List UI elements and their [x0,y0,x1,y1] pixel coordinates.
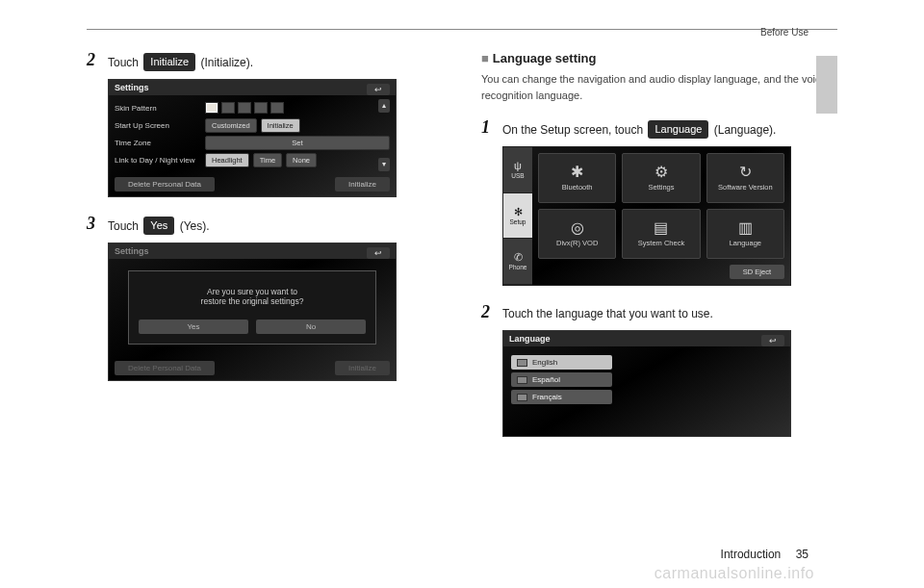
dialog-line: Are you sure you want to [139,287,366,296]
back-icon[interactable]: ↩ [761,335,784,346]
tile-label: Settings [648,183,674,192]
swatch[interactable] [270,102,284,114]
swatch[interactable] [221,102,235,114]
phone-tab[interactable]: ✆Phone [503,239,532,285]
sd-eject-button[interactable]: SD Eject [730,265,784,279]
language-tile[interactable]: ▥Language [706,209,784,259]
clipboard-icon: ▤ [654,220,668,236]
headlight-button[interactable]: Headlight [205,153,249,167]
header-rule [87,29,837,30]
bullet-icon: ■ [481,51,489,65]
settings-screenshot: Settings ↩ ▴ ▾ Skin Pattern [108,79,397,197]
usb-icon: ψ [514,161,522,171]
customized-button[interactable]: Customized [205,118,257,133]
disc-icon: ◎ [571,220,584,236]
tile-label: System Check [638,239,684,247]
bluetooth-icon: ✱ [571,165,583,180]
delete-personal-data-button[interactable]: Delete Personal Data [115,177,215,192]
shot-title: Settings [109,243,396,259]
back-icon[interactable]: ↩ [367,247,390,259]
step-3: 3 Touch Yes (Yes). [87,215,443,235]
bluetooth-tile[interactable]: ✱Bluetooth [538,153,616,203]
tab-label: USB [511,172,524,179]
tile-label: Divx(R) VOD [556,239,598,247]
time-button[interactable]: Time [253,153,282,167]
option-label: English [532,358,557,367]
tile-label: Software Version [718,183,773,192]
initialize-chip: Initialize [143,53,195,71]
flag-icon [517,394,527,401]
shot-title: Language [503,331,790,346]
step-text: On the Setup screen, touch Language (Lan… [502,118,776,139]
delete-personal-data-button: Delete Personal Data [115,361,215,375]
step-2-right: 2 Touch the language that you want to us… [481,303,837,322]
text: On the Setup screen, touch [502,123,646,137]
refresh-icon: ↻ [739,165,752,180]
step-number: 3 [87,215,108,235]
flag-icon [517,376,527,384]
initialize-footer-button[interactable]: Initialize [335,177,390,192]
step-text: Touch Yes (Yes). [108,215,210,235]
confirm-dialog: Are you sure you want to restore the ori… [128,270,376,345]
text: (Initialize). [197,56,253,69]
step-number: 1 [481,118,502,139]
language-chip: Language [648,120,708,139]
language-option-english[interactable]: English [511,355,612,370]
side-tabs: ψUSB ✻Setup ✆Phone [503,147,532,285]
confirm-dialog-screenshot: Settings ↩ Are you sure you want to rest… [108,243,397,381]
step-text: Touch Initialize (Initialize). [108,51,253,71]
intro-text: You can change the navigation and audio … [481,71,837,103]
setup-tab[interactable]: ✻Setup [503,193,532,240]
step-number: 2 [87,51,108,71]
flag-icon [517,359,527,367]
text: (Language). [710,123,776,137]
option-label: Français [532,393,562,401]
scroll-up-icon[interactable]: ▴ [378,99,390,113]
page-tab [816,56,837,114]
tile-label: Bluetooth [562,183,593,192]
left-column: 2 Touch Initialize (Initialize). Setting… [87,51,443,454]
shot-title: Settings [109,80,396,95]
manual-page: Before Use 2 Touch Initialize (Initializ… [0,0,837,588]
text: (Yes). [176,219,209,233]
text: Touch [108,56,141,69]
step-text: Touch the language that you want to use. [502,303,713,322]
settings-tile[interactable]: ⚙Settings [622,153,700,203]
page-number: 35 [796,548,808,561]
usb-tab[interactable]: ψUSB [503,147,532,193]
initialize-button[interactable]: Initialize [261,118,300,133]
page-footer: Introduction 35 [721,548,808,561]
gear-icon: ⚙ [654,165,668,180]
text: Touch [108,219,141,233]
set-button[interactable]: Set [205,136,390,150]
no-button[interactable]: No [256,320,366,334]
row-label: Skin Pattern [115,104,201,113]
yes-button[interactable]: Yes [139,320,248,334]
language-screen-screenshot: Language ↩ English Español Français [502,330,791,437]
swatch[interactable] [238,102,251,114]
divx-tile[interactable]: ◎Divx(R) VOD [538,209,616,259]
tile-label: Language [730,239,761,247]
header-section: Before Use [760,27,808,38]
watermark: carmanualsonline.info [654,565,814,582]
step-2: 2 Touch Initialize (Initialize). [87,51,443,71]
row-label: Time Zone [115,139,201,147]
dialog-line: restore the original settings? [139,296,366,306]
swatch[interactable] [205,102,218,114]
row-label: Link to Day / Night view [115,156,201,165]
section-heading: ■Language setting [481,51,837,65]
phone-icon: ✆ [514,252,523,263]
system-check-tile[interactable]: ▤System Check [622,209,700,259]
language-option-spanish[interactable]: Español [511,372,612,387]
right-column: ■Language setting You can change the nav… [481,51,837,454]
swatch[interactable] [254,102,268,114]
back-icon[interactable]: ↩ [367,84,390,95]
language-option-french[interactable]: Français [511,390,612,404]
none-button[interactable]: None [286,153,317,167]
scroll-down-icon[interactable]: ▾ [378,158,390,171]
book-icon: ▥ [738,220,753,236]
skin-swatches[interactable] [205,102,284,114]
step-number: 2 [481,303,502,322]
tab-label: Setup [510,218,526,225]
software-version-tile[interactable]: ↻Software Version [706,153,784,203]
